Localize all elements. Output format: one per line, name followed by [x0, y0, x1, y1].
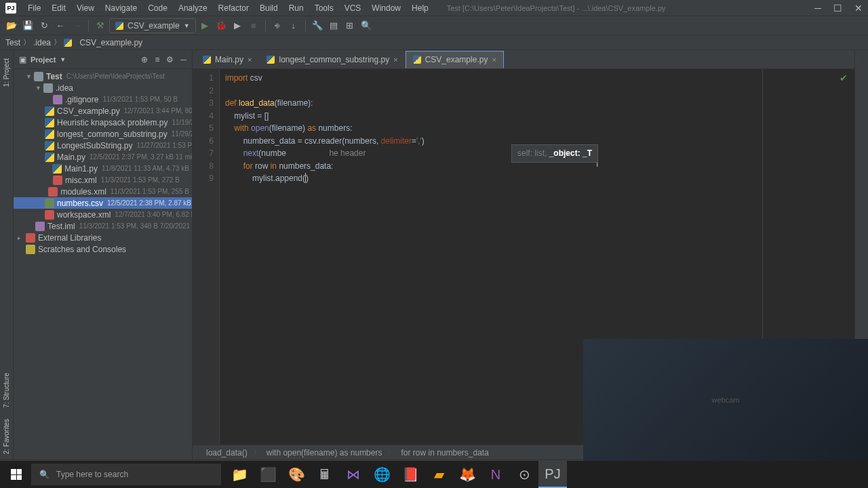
stop-icon[interactable]: ■	[246, 18, 261, 33]
run-icon[interactable]: ▶	[197, 18, 212, 33]
left-tool-gutter: 1: Project 7: Structure 2: Favorites	[0, 50, 14, 460]
app-logo-icon: PJ	[5, 3, 16, 14]
menu-tools[interactable]: Tools	[310, 1, 338, 15]
crumb-folder[interactable]: .idea	[33, 38, 51, 47]
menu-view[interactable]: View	[72, 1, 99, 15]
project-panel: ▣ Project ▼ ⊕ ≡ ⚙ ─ ▼ TestC:\Users\Peter…	[14, 50, 193, 460]
minimize-icon[interactable]: ─	[814, 3, 821, 14]
start-button[interactable]	[3, 461, 30, 488]
taskbar-pycharm-icon[interactable]: PJ	[538, 461, 567, 488]
taskbar-app-icon[interactable]: 🎨	[282, 461, 311, 488]
select-opened-icon[interactable]: ⊕	[141, 55, 148, 64]
menu-build[interactable]: Build	[255, 1, 283, 15]
close-icon[interactable]: ✕	[854, 3, 863, 14]
tree-folder-idea[interactable]: ▼ .idea	[14, 82, 192, 94]
run-config-selector[interactable]: CSV_example ▼	[109, 18, 196, 33]
panel-icon: ▣	[19, 55, 26, 64]
taskbar-vs-icon[interactable]: ⋈	[339, 461, 368, 488]
chevron-down-icon[interactable]: ▼	[60, 56, 66, 63]
tree-file[interactable]: CSV_example.py12/7/2021 3:44 PM, 80 B	[14, 105, 192, 117]
find-icon[interactable]: ⊞	[342, 18, 357, 33]
tree-root[interactable]: ▼ TestC:\Users\Peter\IdeaProjects\Test	[14, 70, 192, 82]
webcam-overlay: webcam	[583, 339, 868, 461]
menu-navigate[interactable]: Navigate	[100, 1, 142, 15]
tree-external-libraries[interactable]: ▸ External Libraries	[14, 232, 192, 243]
editor-tab[interactable]: longest_common_substring.py×	[259, 51, 405, 68]
search-icon: 🔍	[39, 470, 50, 479]
coverage-icon[interactable]: ▶	[230, 18, 245, 33]
project-tree[interactable]: ▼ TestC:\Users\Peter\IdeaProjects\Test ▼…	[14, 69, 192, 460]
main-toolbar: 📂 💾 ↻ ← → ⚒ CSV_example ▼ ▶ 🐞 ▶ ■ ⎆ ↓ 🔧 …	[0, 16, 868, 35]
crumb-project[interactable]: Test	[5, 38, 20, 47]
editor-tab[interactable]: CSV_example.py×	[406, 51, 504, 68]
taskbar-calc-icon[interactable]: 🖩	[311, 461, 339, 488]
save-icon[interactable]: 💾	[20, 18, 35, 33]
windows-logo-icon	[11, 469, 22, 480]
chevron-down-icon: ▼	[184, 22, 190, 29]
parameter-hint-popup: self: list, _object: _T	[511, 144, 598, 163]
update-icon[interactable]: ↓	[286, 18, 301, 33]
python-icon	[115, 22, 123, 30]
tree-file[interactable]: misc.xml11/3/2021 1:53 PM, 272 B	[14, 174, 192, 186]
menu-window[interactable]: Window	[367, 1, 406, 15]
reload-icon[interactable]: ↻	[37, 18, 52, 33]
tab-close-icon[interactable]: ×	[393, 56, 397, 64]
tree-file[interactable]: numbers.csv12/5/2021 2:38 PM, 2.87 kB	[14, 197, 192, 209]
back-icon[interactable]: ←	[53, 18, 68, 33]
taskbar-pdf-icon[interactable]: 📕	[396, 461, 425, 488]
crumb-file[interactable]: CSV_example.py	[64, 38, 142, 47]
search-icon[interactable]: 🔍	[359, 18, 374, 33]
sidebar-tab-structure[interactable]: 7: Structure	[1, 367, 12, 413]
tab-close-icon[interactable]: ×	[492, 56, 496, 64]
nav-breadcrumb: Test〉 .idea〉 CSV_example.py	[0, 35, 868, 50]
title-bar: PJ File Edit View Navigate Code Analyze …	[0, 0, 868, 16]
gear-icon[interactable]: ⚙	[166, 55, 174, 64]
structure-icon[interactable]: ▤	[326, 18, 341, 33]
tree-file[interactable]: Main.py12/5/2021 2:37 PM, 3.27 kB 11 min…	[14, 151, 192, 163]
menu-run[interactable]: Run	[284, 1, 309, 15]
tab-close-icon[interactable]: ×	[248, 56, 252, 64]
editor-tab[interactable]: Main.py×	[195, 51, 259, 68]
expand-all-icon[interactable]: ≡	[155, 55, 159, 64]
maximize-icon[interactable]: ☐	[833, 3, 842, 14]
taskbar-terminal-icon[interactable]: ⬛	[254, 461, 282, 488]
inspection-ok-icon[interactable]: ✔	[840, 72, 848, 85]
tree-file[interactable]: LongestSubString.py11/27/2021 1:53 P	[14, 140, 192, 151]
tree-file[interactable]: Main1.py11/8/2021 11:33 AM, 4.73 kB	[14, 163, 192, 174]
taskbar-firefox-icon[interactable]: 🦊	[453, 461, 481, 488]
panel-title: Project	[31, 56, 56, 64]
tree-file[interactable]: longest_common_substring.py11/29/202	[14, 128, 192, 140]
debug-icon[interactable]: 🐞	[214, 18, 229, 33]
hide-icon[interactable]: ─	[180, 55, 186, 64]
taskbar-explorer-icon[interactable]: 📁	[225, 461, 254, 488]
taskbar-obs-icon[interactable]: ⊙	[510, 461, 538, 488]
attach-icon[interactable]: ⎆	[270, 18, 285, 33]
settings-icon[interactable]: 🔧	[310, 18, 325, 33]
taskbar-search[interactable]: 🔍 Type here to search	[31, 464, 221, 485]
menu-help[interactable]: Help	[407, 1, 433, 15]
menu-file[interactable]: File	[23, 1, 45, 15]
menu-edit[interactable]: Edit	[47, 1, 71, 15]
windows-taskbar: 🔍 Type here to search 📁 ⬛ 🎨 🖩 ⋈ 🌐 📕 ▰ 🦊 …	[0, 461, 868, 488]
menu-refactor[interactable]: Refactor	[214, 1, 254, 15]
open-icon[interactable]: 📂	[4, 18, 19, 33]
main-menu: File Edit View Navigate Code Analyze Ref…	[23, 1, 433, 15]
tree-file[interactable]: modules.xml11/3/2021 1:53 PM, 255 B	[14, 186, 192, 197]
tree-file[interactable]: workspace.xml12/7/2021 3:40 PM, 6.82 kB	[14, 209, 192, 220]
line-gutter: 123 456 789	[193, 69, 220, 445]
taskbar-onenote-icon[interactable]: N	[481, 461, 510, 488]
sidebar-tab-project[interactable]: 1: Project	[1, 53, 12, 92]
tree-file[interactable]: Heuristic knapsack problem.py11/19/202	[14, 117, 192, 128]
window-title: Test [C:\Users\Peter\IdeaProjects\Test] …	[447, 4, 666, 12]
menu-vcs[interactable]: VCS	[340, 1, 366, 15]
forward-icon[interactable]: →	[69, 18, 84, 33]
build-icon[interactable]: ⚒	[93, 18, 108, 33]
tree-file-iml[interactable]: Test.iml11/3/2021 1:53 PM, 348 B 7/20/20…	[14, 220, 192, 232]
tree-scratches[interactable]: Scratches and Consoles	[14, 243, 192, 255]
taskbar-sublime-icon[interactable]: ▰	[425, 461, 453, 488]
taskbar-chrome-icon[interactable]: 🌐	[368, 461, 396, 488]
menu-code[interactable]: Code	[143, 1, 172, 15]
sidebar-tab-favorites[interactable]: 2: Favorites	[1, 413, 12, 460]
tree-file[interactable]: .gitignore11/3/2021 1:53 PM, 50 B	[14, 94, 192, 105]
menu-analyze[interactable]: Analyze	[174, 1, 212, 15]
